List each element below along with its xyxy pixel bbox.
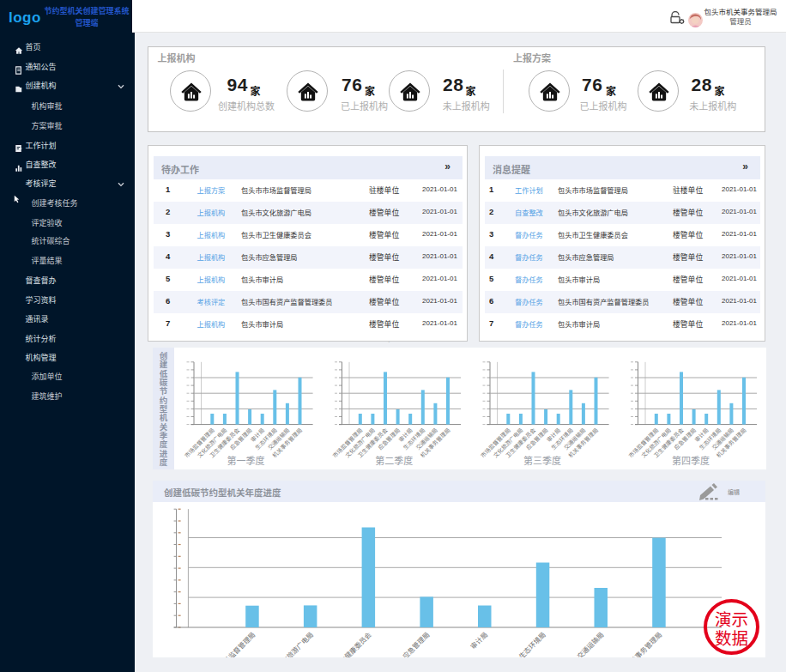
svg-text:交通运输局: 交通运输局 bbox=[575, 630, 605, 657]
svg-text:第二季度: 第二季度 bbox=[375, 455, 413, 466]
svg-text:市场监督管理局: 市场监督管理局 bbox=[217, 630, 257, 657]
svg-text:审计局: 审计局 bbox=[469, 630, 489, 651]
svg-text:机关事务管理局: 机关事务管理局 bbox=[624, 630, 664, 657]
svg-text:生态环境局: 生态环境局 bbox=[517, 630, 547, 657]
svg-text:第四季度: 第四季度 bbox=[672, 455, 710, 466]
svg-text:卫生健康委员会: 卫生健康委员会 bbox=[333, 630, 373, 657]
svg-text:文化旅游广电局: 文化旅游广电局 bbox=[275, 630, 315, 657]
svg-text:第三季度: 第三季度 bbox=[523, 455, 561, 466]
svg-text:第一季度: 第一季度 bbox=[227, 455, 265, 466]
svg-text:应急管理局: 应急管理局 bbox=[401, 630, 431, 657]
